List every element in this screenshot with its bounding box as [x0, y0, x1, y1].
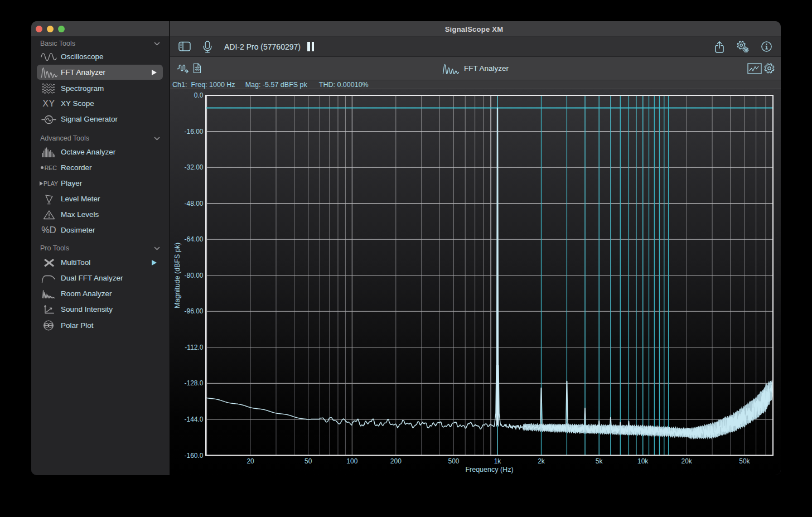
svg-text:500: 500 [448, 457, 459, 465]
svg-text:-16.00: -16.00 [184, 128, 203, 136]
svg-text:-64.00: -64.00 [184, 235, 203, 243]
svg-text:-160.0: -160.0 [184, 452, 203, 460]
svg-text:20: 20 [246, 457, 254, 465]
svg-text:2k: 2k [538, 457, 545, 465]
svg-text:20k: 20k [682, 457, 693, 465]
svg-text:Magnitude (dBFS pk): Magnitude (dBFS pk) [173, 243, 181, 308]
svg-text:-48.00: -48.00 [184, 200, 203, 207]
svg-text:Frequency (Hz): Frequency (Hz) [465, 466, 513, 473]
svg-text:1k: 1k [494, 457, 502, 465]
svg-text:10k: 10k [637, 457, 649, 465]
svg-text:-144.0: -144.0 [184, 415, 203, 423]
svg-text:200: 200 [390, 457, 402, 465]
svg-text:5k: 5k [596, 457, 603, 465]
svg-text:100: 100 [346, 457, 357, 465]
svg-text:0.0: 0.0 [194, 91, 204, 99]
svg-text:-96.00: -96.00 [184, 307, 203, 315]
svg-text:-112.0: -112.0 [185, 344, 203, 351]
svg-text:-32.00: -32.00 [184, 163, 203, 171]
svg-text:50: 50 [304, 457, 312, 465]
svg-text:50k: 50k [739, 457, 750, 465]
svg-text:-80.00: -80.00 [184, 272, 203, 279]
svg-text:-128.0: -128.0 [184, 379, 203, 387]
